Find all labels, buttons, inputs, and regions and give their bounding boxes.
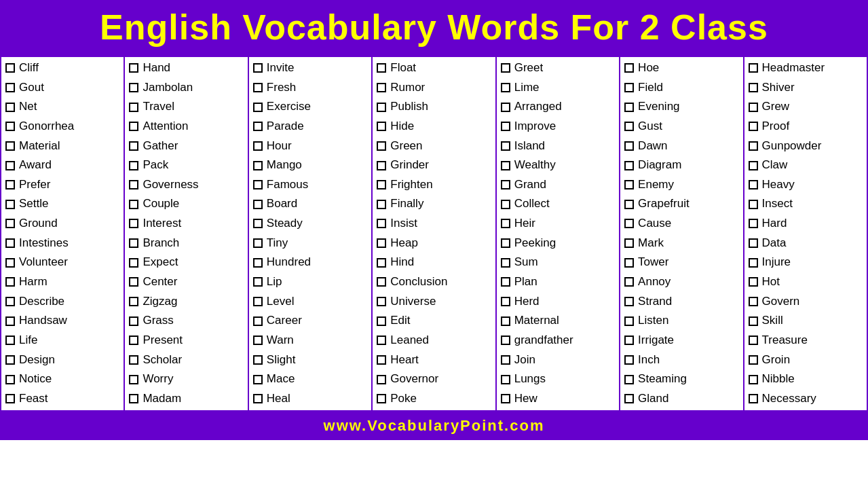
checkbox-icon[interactable] xyxy=(749,122,758,131)
checkbox-icon[interactable] xyxy=(377,161,386,170)
checkbox-icon[interactable] xyxy=(5,200,15,209)
checkbox-icon[interactable] xyxy=(253,219,263,228)
checkbox-icon[interactable] xyxy=(624,83,634,92)
checkbox-icon[interactable] xyxy=(501,258,510,268)
checkbox-icon[interactable] xyxy=(253,83,263,92)
checkbox-icon[interactable] xyxy=(749,277,758,287)
checkbox-icon[interactable] xyxy=(749,200,758,209)
checkbox-icon[interactable] xyxy=(253,375,263,384)
checkbox-icon[interactable] xyxy=(624,141,634,151)
checkbox-icon[interactable] xyxy=(749,161,758,170)
checkbox-icon[interactable] xyxy=(749,219,758,228)
checkbox-icon[interactable] xyxy=(5,375,15,384)
checkbox-icon[interactable] xyxy=(129,394,138,403)
checkbox-icon[interactable] xyxy=(253,63,263,73)
checkbox-icon[interactable] xyxy=(749,355,758,365)
checkbox-icon[interactable] xyxy=(501,63,510,73)
checkbox-icon[interactable] xyxy=(5,103,15,112)
checkbox-icon[interactable] xyxy=(129,83,138,92)
checkbox-icon[interactable] xyxy=(501,355,510,365)
checkbox-icon[interactable] xyxy=(129,355,138,365)
checkbox-icon[interactable] xyxy=(5,336,15,345)
checkbox-icon[interactable] xyxy=(624,375,634,384)
checkbox-icon[interactable] xyxy=(749,141,758,151)
checkbox-icon[interactable] xyxy=(749,336,758,345)
checkbox-icon[interactable] xyxy=(377,258,386,268)
checkbox-icon[interactable] xyxy=(501,375,510,384)
checkbox-icon[interactable] xyxy=(501,394,510,403)
checkbox-icon[interactable] xyxy=(501,316,510,326)
checkbox-icon[interactable] xyxy=(253,141,263,151)
checkbox-icon[interactable] xyxy=(377,83,386,92)
checkbox-icon[interactable] xyxy=(129,122,138,131)
checkbox-icon[interactable] xyxy=(749,180,758,189)
checkbox-icon[interactable] xyxy=(377,355,386,365)
checkbox-icon[interactable] xyxy=(624,394,634,403)
checkbox-icon[interactable] xyxy=(5,63,15,73)
checkbox-icon[interactable] xyxy=(253,122,263,131)
checkbox-icon[interactable] xyxy=(253,297,263,306)
checkbox-icon[interactable] xyxy=(501,238,510,248)
checkbox-icon[interactable] xyxy=(624,355,634,365)
checkbox-icon[interactable] xyxy=(129,297,138,306)
checkbox-icon[interactable] xyxy=(253,277,263,287)
checkbox-icon[interactable] xyxy=(253,316,263,326)
checkbox-icon[interactable] xyxy=(129,336,138,345)
checkbox-icon[interactable] xyxy=(253,258,263,268)
checkbox-icon[interactable] xyxy=(501,103,510,112)
checkbox-icon[interactable] xyxy=(377,103,386,112)
checkbox-icon[interactable] xyxy=(377,336,386,345)
checkbox-icon[interactable] xyxy=(129,161,138,170)
checkbox-icon[interactable] xyxy=(377,200,386,209)
checkbox-icon[interactable] xyxy=(749,83,758,92)
checkbox-icon[interactable] xyxy=(377,238,386,248)
checkbox-icon[interactable] xyxy=(624,122,634,131)
checkbox-icon[interactable] xyxy=(501,83,510,92)
checkbox-icon[interactable] xyxy=(377,180,386,189)
checkbox-icon[interactable] xyxy=(377,316,386,326)
checkbox-icon[interactable] xyxy=(377,63,386,73)
checkbox-icon[interactable] xyxy=(5,277,15,287)
checkbox-icon[interactable] xyxy=(377,297,386,306)
checkbox-icon[interactable] xyxy=(5,316,15,326)
checkbox-icon[interactable] xyxy=(624,219,634,228)
checkbox-icon[interactable] xyxy=(749,316,758,326)
checkbox-icon[interactable] xyxy=(5,122,15,131)
checkbox-icon[interactable] xyxy=(129,200,138,209)
checkbox-icon[interactable] xyxy=(624,258,634,268)
checkbox-icon[interactable] xyxy=(253,180,263,189)
checkbox-icon[interactable] xyxy=(5,394,15,403)
checkbox-icon[interactable] xyxy=(501,336,510,345)
checkbox-icon[interactable] xyxy=(501,161,510,170)
checkbox-icon[interactable] xyxy=(749,63,758,73)
checkbox-icon[interactable] xyxy=(253,355,263,365)
checkbox-icon[interactable] xyxy=(5,83,15,92)
checkbox-icon[interactable] xyxy=(624,238,634,248)
checkbox-icon[interactable] xyxy=(749,297,758,306)
checkbox-icon[interactable] xyxy=(749,238,758,248)
checkbox-icon[interactable] xyxy=(253,238,263,248)
checkbox-icon[interactable] xyxy=(749,375,758,384)
checkbox-icon[interactable] xyxy=(5,355,15,365)
checkbox-icon[interactable] xyxy=(624,63,634,73)
checkbox-icon[interactable] xyxy=(253,200,263,209)
checkbox-icon[interactable] xyxy=(377,219,386,228)
checkbox-icon[interactable] xyxy=(5,258,15,268)
checkbox-icon[interactable] xyxy=(5,238,15,248)
checkbox-icon[interactable] xyxy=(5,141,15,151)
checkbox-icon[interactable] xyxy=(624,297,634,306)
checkbox-icon[interactable] xyxy=(377,277,386,287)
checkbox-icon[interactable] xyxy=(253,394,263,403)
checkbox-icon[interactable] xyxy=(377,375,386,384)
checkbox-icon[interactable] xyxy=(129,258,138,268)
checkbox-icon[interactable] xyxy=(624,200,634,209)
checkbox-icon[interactable] xyxy=(5,180,15,189)
checkbox-icon[interactable] xyxy=(501,180,510,189)
checkbox-icon[interactable] xyxy=(129,141,138,151)
checkbox-icon[interactable] xyxy=(129,238,138,248)
checkbox-icon[interactable] xyxy=(624,161,634,170)
checkbox-icon[interactable] xyxy=(749,103,758,112)
checkbox-icon[interactable] xyxy=(377,394,386,403)
checkbox-icon[interactable] xyxy=(501,219,510,228)
checkbox-icon[interactable] xyxy=(5,161,15,170)
